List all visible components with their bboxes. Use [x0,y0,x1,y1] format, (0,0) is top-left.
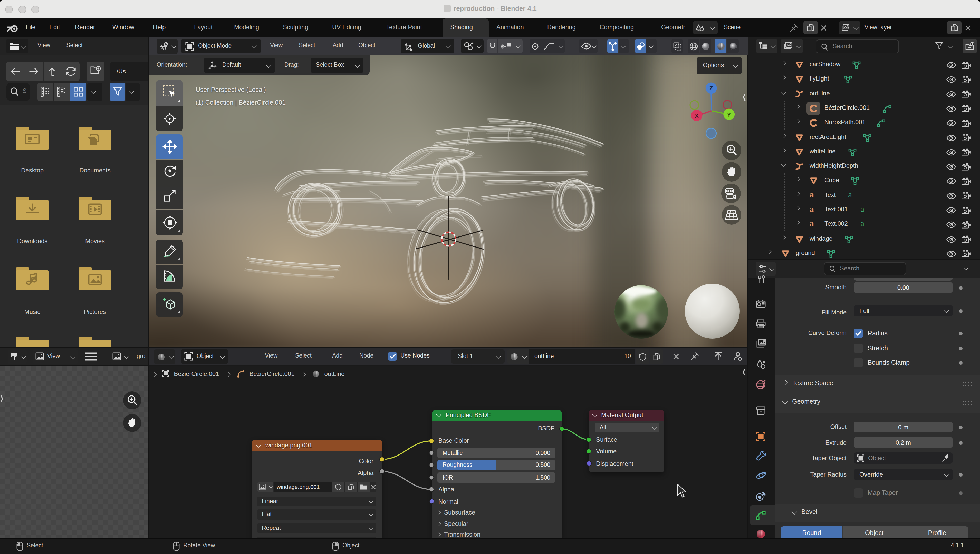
svg-text:X: X [695,113,699,119]
svg-text:Z: Z [709,85,713,92]
svg-text:Y: Y [727,111,731,118]
